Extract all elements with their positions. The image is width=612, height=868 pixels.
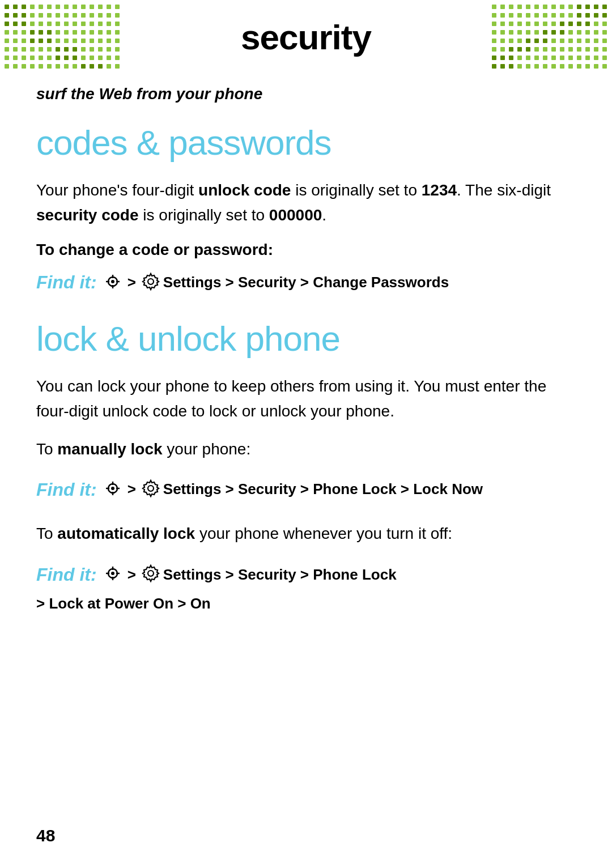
codes-arrow1: > (128, 271, 136, 295)
auto-lock-findit-line1: Find it: > Settings > Security > Phone L… (36, 559, 576, 590)
codes-findit-path: Settings > Security > Change Passwords (163, 271, 449, 295)
page-subtitle: surf the Web from your phone (36, 85, 576, 103)
auto-lock-findit: Find it: > Settings > Security > Phone L… (36, 559, 576, 616)
lock-unlock-heading: lock & unlock phone (36, 320, 576, 358)
svg-point-6 (148, 279, 154, 284)
svg-point-19 (111, 572, 114, 575)
manual-arrow1: > (128, 478, 136, 501)
left-dot-pattern (0, 0, 125, 65)
codes-findit: Find it: > Settings > Security > Change … (36, 268, 576, 297)
manual-lock-paragraph: To manually lock your phone: (36, 437, 576, 461)
codes-intro-paragraph: Your phone's four-digit unlock code is o… (36, 178, 576, 227)
manual-lock-findit-path: Settings > Security > Phone Lock > Lock … (163, 478, 483, 501)
settings-gear-icon-3 (141, 563, 161, 584)
auto-lock-findit-path1: Settings > Security > Phone Lock (163, 562, 397, 587)
svg-point-13 (148, 486, 154, 491)
nav-compass-icon-2 (103, 478, 123, 499)
manual-lock-findit: Find it: > Settings > Security > Phone L… (36, 475, 576, 504)
auto-lock-findit-line2: > Lock at Power On > On (36, 591, 576, 616)
svg-point-5 (111, 280, 114, 283)
settings-gear-icon (141, 271, 161, 292)
svg-point-20 (148, 571, 154, 576)
lock-intro-paragraph: You can lock your phone to keep others f… (36, 374, 576, 423)
svg-point-12 (111, 487, 114, 490)
nav-compass-icon (103, 271, 123, 292)
codes-passwords-section: codes & passwords Your phone's four-digi… (36, 124, 576, 297)
page-number: 48 (36, 826, 55, 845)
codes-passwords-heading: codes & passwords (36, 124, 576, 162)
main-content: surf the Web from your phone codes & pas… (0, 74, 612, 667)
codes-subheading: To change a code or password: (36, 241, 576, 259)
manual-lock-findit-label: Find it: (36, 475, 97, 504)
auto-lock-paragraph: To automatically lock your phone wheneve… (36, 521, 576, 546)
codes-findit-label: Find it: (36, 268, 97, 297)
auto-arrow1: > (128, 562, 136, 587)
auto-lock-findit-label: Find it: (36, 559, 97, 590)
header: security (0, 0, 612, 74)
right-dot-pattern (487, 0, 612, 65)
lock-unlock-section: lock & unlock phone You can lock your ph… (36, 320, 576, 616)
nav-compass-icon-3 (103, 563, 123, 584)
settings-gear-icon-2 (141, 478, 161, 499)
page-title: security (241, 17, 371, 57)
